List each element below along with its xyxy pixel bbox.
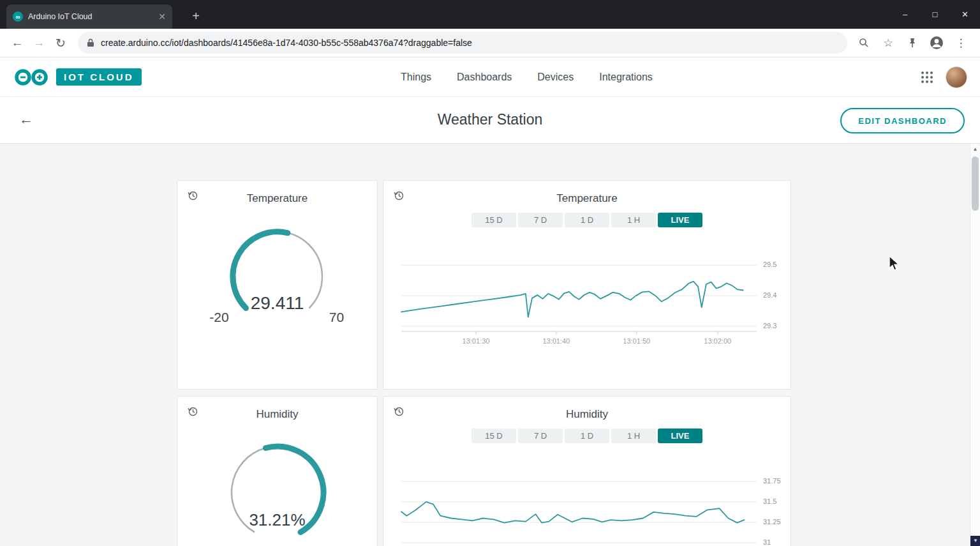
user-avatar[interactable] — [946, 66, 967, 88]
range-15d-button[interactable]: 15 D — [471, 428, 516, 443]
tab-close-icon[interactable]: ✕ — [158, 11, 166, 22]
range-1h-button[interactable]: 1 H — [611, 213, 656, 227]
new-tab-button[interactable]: + — [186, 6, 205, 26]
widget-title: Humidity — [177, 408, 377, 421]
range-7d-button[interactable]: 7 D — [518, 213, 563, 227]
app-header: IOT CLOUD Things Dashboards Devices Inte… — [0, 57, 980, 97]
nav-integrations[interactable]: Integrations — [599, 72, 653, 83]
iot-cloud-badge: IOT CLOUD — [56, 68, 142, 86]
menu-kebab-icon[interactable]: ⋮ — [951, 33, 971, 53]
range-1d-button[interactable]: 1 D — [565, 428, 609, 443]
range-1d-button[interactable]: 1 D — [565, 213, 609, 227]
browser-tab-strip: ∞ Arduino IoT Cloud ✕ + – □ ✕ — [0, 0, 980, 29]
x-axis-tick-label: 13:01:30 — [450, 337, 501, 345]
reload-icon[interactable]: ↻ — [50, 32, 71, 54]
nav-devices[interactable]: Devices — [537, 72, 574, 83]
gauge-max-label: 70 — [315, 310, 359, 325]
range-7d-button[interactable]: 7 D — [518, 428, 563, 443]
arduino-infinity-icon — [13, 67, 50, 87]
x-axis-tick-label: 13:01:50 — [611, 337, 662, 345]
arduino-iot-cloud-logo[interactable]: IOT CLOUD — [13, 67, 142, 87]
profile-avatar-icon[interactable] — [926, 33, 947, 53]
window-controls: – □ ✕ — [890, 0, 980, 29]
back-icon[interactable]: ← — [6, 32, 28, 54]
arduino-favicon: ∞ — [13, 11, 23, 22]
humidity-gauge: 31.21% — [195, 428, 360, 546]
y-axis-tick-label: 29.5 — [763, 261, 791, 268]
temperature-gauge-widget: Temperature 29.411 -20 70 — [177, 180, 378, 390]
window-minimize-button[interactable]: – — [890, 0, 920, 29]
forward-icon[interactable]: → — [28, 32, 50, 54]
page-scrollbar[interactable]: ▲ ▼ — [970, 144, 980, 546]
url-input[interactable] — [101, 38, 838, 48]
humidity-line-chart: 31.7531.531.2531 — [401, 473, 757, 546]
temperature-chart-widget: Temperature 15 D 7 D 1 D 1 H LIVE 29.529… — [383, 180, 791, 390]
window-close-button[interactable]: ✕ — [950, 0, 980, 29]
range-1h-button[interactable]: 1 H — [611, 428, 656, 443]
y-axis-tick-label: 31 — [763, 538, 791, 546]
header-right — [921, 66, 967, 88]
x-axis-tick-label: 13:01:40 — [531, 337, 582, 345]
widget-title: Humidity — [383, 408, 791, 421]
nav-dashboards[interactable]: Dashboards — [457, 72, 512, 83]
time-range-selector: 15 D 7 D 1 D 1 H LIVE — [383, 213, 791, 227]
humidity-gauge-widget: Humidity 31.21% — [177, 396, 378, 546]
dashboard-title: Weather Station — [0, 111, 980, 128]
scrollbar-thumb[interactable] — [972, 156, 979, 211]
main-nav: Things Dashboards Devices Integrations — [401, 57, 653, 97]
address-bar[interactable] — [78, 32, 847, 54]
apps-grid-icon[interactable] — [921, 72, 933, 83]
browser-tab[interactable]: ∞ Arduino IoT Cloud ✕ — [6, 4, 172, 29]
y-axis-tick-label: 31.75 — [763, 477, 791, 485]
edit-dashboard-button[interactable]: EDIT DASHBOARD — [840, 108, 965, 133]
y-axis-tick-label: 31.25 — [763, 518, 791, 526]
gauge-min-label: -20 — [197, 310, 242, 325]
temperature-line-chart: 29.529.429.313:01:3013:01:4013:01:5013:0… — [401, 256, 757, 331]
browser-toolbar: ← → ↻ ☆ ⋮ — [0, 29, 980, 57]
scrollbar-down-icon[interactable]: ▼ — [970, 536, 980, 546]
range-live-button[interactable]: LIVE — [658, 428, 702, 443]
toolbar-icons: ☆ ⋮ — [854, 33, 974, 53]
tab-title: Arduino IoT Cloud — [28, 12, 153, 21]
x-axis-tick-label: 13:02:00 — [692, 337, 743, 345]
dashboard-content: Temperature 29.411 -20 70 Temperature 15… — [0, 144, 980, 546]
y-axis-tick-label: 29.4 — [763, 291, 791, 299]
widget-title: Temperature — [383, 192, 791, 205]
extension-pin-icon[interactable] — [902, 33, 923, 53]
humidity-chart-widget: Humidity 15 D 7 D 1 D 1 H LIVE 31.7531.5… — [383, 396, 791, 546]
widget-title: Temperature — [177, 192, 377, 205]
temperature-gauge: 29.411 -20 70 — [195, 222, 360, 356]
window-maximize-button[interactable]: □ — [920, 0, 950, 29]
lock-icon — [87, 38, 94, 47]
range-live-button[interactable]: LIVE — [658, 213, 702, 227]
time-range-selector: 15 D 7 D 1 D 1 H LIVE — [383, 428, 791, 443]
dashboard-header: ← Weather Station EDIT DASHBOARD — [0, 97, 980, 144]
gauge-value: 31.21% — [195, 510, 360, 530]
mouse-cursor — [888, 255, 900, 272]
range-15d-button[interactable]: 15 D — [471, 213, 516, 227]
y-axis-tick-label: 31.5 — [763, 497, 791, 505]
bookmark-star-icon[interactable]: ☆ — [878, 33, 898, 53]
y-axis-tick-label: 29.3 — [763, 322, 791, 330]
nav-things[interactable]: Things — [401, 72, 431, 83]
zoom-icon[interactable] — [854, 33, 874, 53]
scrollbar-up-icon[interactable]: ▲ — [970, 145, 980, 154]
